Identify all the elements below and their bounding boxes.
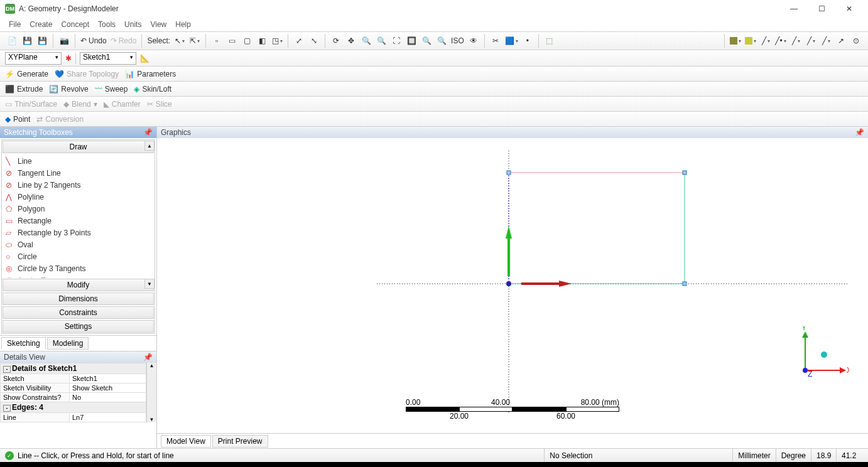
pin-icon[interactable]: 📌 xyxy=(143,128,153,137)
menu-tools[interactable]: Tools xyxy=(98,20,116,29)
save-all-icon[interactable]: 💾 xyxy=(35,34,49,48)
prev-view-icon[interactable]: 🔍 xyxy=(435,34,448,48)
target-icon[interactable]: ⊙ xyxy=(849,34,863,48)
undo-button[interactable]: ↶Undo xyxy=(79,34,108,48)
extend-icon[interactable]: ⤢ xyxy=(292,34,306,48)
blend-button[interactable]: ◆Blend ▾ xyxy=(63,100,97,109)
look-at-icon[interactable]: 👁 xyxy=(467,34,480,48)
redo-button[interactable]: ↷Redo xyxy=(109,34,138,48)
detail-visibility[interactable]: Show Sketch xyxy=(70,384,146,393)
line5-icon[interactable]: ╱ xyxy=(819,34,833,48)
maximize-button[interactable]: ☐ xyxy=(808,0,835,18)
magnify-icon[interactable]: 🔍 xyxy=(420,34,433,48)
slice-view-icon[interactable]: ✂ xyxy=(489,34,502,48)
menu-create[interactable]: Create xyxy=(30,20,52,29)
display-icon[interactable]: 🟦 xyxy=(504,34,519,48)
sketch-dropdown[interactable]: Sketch1 xyxy=(80,52,136,65)
extend2-icon[interactable]: ⤡ xyxy=(307,34,321,48)
collapse-icon[interactable]: - xyxy=(3,405,11,412)
tab-sketching[interactable]: Sketching xyxy=(1,337,46,350)
line1-icon[interactable]: ╱ xyxy=(759,34,773,48)
menu-help[interactable]: Help xyxy=(175,20,191,29)
constraints-section[interactable]: Constraints xyxy=(3,306,154,319)
line2-icon[interactable]: ╱• xyxy=(774,34,788,48)
tab-modeling[interactable]: Modeling xyxy=(47,337,89,350)
select-box-icon[interactable]: ◳ xyxy=(270,34,284,48)
share-topology-button[interactable]: 💙Share Topology xyxy=(55,70,119,78)
tool-line[interactable]: ╲Line xyxy=(3,155,153,167)
tool-oval[interactable]: ⬭Oval xyxy=(3,239,153,250)
skinloft-button[interactable]: ◈Skin/Loft xyxy=(134,85,171,94)
new-plane-icon[interactable]: ✱ xyxy=(65,54,72,63)
modify-section[interactable]: Modify xyxy=(3,279,154,291)
pin-icon[interactable]: 📌 xyxy=(855,128,864,137)
details-scrollbar[interactable]: ▲▼ xyxy=(146,363,156,422)
new-sketch-icon[interactable]: 📐 xyxy=(140,54,149,63)
parameters-button[interactable]: 📊Parameters xyxy=(125,70,176,78)
plane-view-icon[interactable]: ⬚ xyxy=(543,34,556,48)
graphics-canvas[interactable]: X Y Z 0.00 40.00 80.00 (mm) xyxy=(157,138,868,433)
settings-section[interactable]: Settings xyxy=(3,320,154,333)
tab-print-preview[interactable]: Print Preview xyxy=(212,435,268,448)
zoom-fit-icon[interactable]: ⛶ xyxy=(389,34,403,48)
new-icon[interactable]: 📄 xyxy=(5,34,19,48)
tool-tangent-line[interactable]: ⊘Tangent Line xyxy=(3,167,153,179)
chamfer-button[interactable]: ◣Chamfer xyxy=(104,100,141,109)
scroll-down-icon[interactable]: ▼ xyxy=(144,279,155,289)
color2-icon[interactable] xyxy=(744,34,757,48)
graphics-header: Graphics📌 xyxy=(157,127,868,138)
pin-icon[interactable]: 📌 xyxy=(143,353,153,362)
generate-button[interactable]: ⚡Generate xyxy=(5,70,48,78)
sweep-button[interactable]: 〰Sweep xyxy=(95,85,128,94)
color1-icon[interactable] xyxy=(729,34,742,48)
tool-circle[interactable]: ○Circle xyxy=(3,250,153,262)
tool-line-2-tangents[interactable]: ⊘Line by 2 Tangents xyxy=(3,179,153,191)
scroll-up-icon[interactable]: ▲ xyxy=(144,141,155,151)
dimensions-section[interactable]: Dimensions xyxy=(3,293,154,305)
thin-surface-button[interactable]: ▭Thin/Surface xyxy=(5,100,57,109)
collapse-icon[interactable]: - xyxy=(3,366,11,373)
orientation-triad[interactable]: X Y Z xyxy=(793,326,849,383)
menu-concept[interactable]: Concept xyxy=(61,20,89,29)
conversion-button[interactable]: ⇄Conversion xyxy=(36,115,84,124)
close-button[interactable]: ✕ xyxy=(835,0,863,18)
tool-rectangle-3pts[interactable]: ▱Rectangle by 3 Points xyxy=(3,227,153,239)
screenshot-icon[interactable]: 📷 xyxy=(57,34,71,48)
draw-section[interactable]: Draw xyxy=(3,141,154,153)
zoom-box-icon[interactable]: 🔲 xyxy=(404,34,418,48)
select-filter-icon[interactable]: ⇱ xyxy=(188,34,202,48)
pan-icon[interactable]: ✥ xyxy=(344,34,358,48)
point-button[interactable]: ◆Point xyxy=(5,115,30,124)
select-point-icon[interactable]: ▫ xyxy=(210,34,224,48)
revolve-button[interactable]: 🔄Revolve xyxy=(49,85,88,94)
minimize-button[interactable]: — xyxy=(780,0,808,18)
select-body-icon[interactable]: ◧ xyxy=(255,34,269,48)
tool-rectangle[interactable]: ▭Rectangle xyxy=(3,215,153,227)
tool-polyline[interactable]: ⋀Polyline xyxy=(3,191,153,203)
detail-sketch[interactable]: Sketch1 xyxy=(70,374,146,384)
rotate-icon[interactable]: ⟳ xyxy=(329,34,343,48)
iso-icon[interactable]: ISO xyxy=(450,34,465,48)
menu-units[interactable]: Units xyxy=(124,20,141,29)
plane-dropdown[interactable]: XYPlane xyxy=(5,52,62,65)
select-edge-icon[interactable]: ▭ xyxy=(225,34,239,48)
zoom-in-icon[interactable]: 🔍 xyxy=(359,34,373,48)
select-cursor-icon[interactable]: ↖ xyxy=(173,34,187,48)
line3-icon[interactable]: ╱ xyxy=(789,34,803,48)
tab-model-view[interactable]: Model View xyxy=(161,435,211,448)
slice-button[interactable]: ✂Slice xyxy=(147,100,172,109)
details-table: -Details of Sketch1 SketchSketch1 Sketch… xyxy=(0,363,146,422)
menu-file[interactable]: File xyxy=(9,20,21,29)
line4-icon[interactable]: ╱ xyxy=(804,34,818,48)
tool-polygon[interactable]: ⬠Polygon xyxy=(3,203,153,215)
extrude-button[interactable]: ⬛Extrude xyxy=(5,85,43,94)
arrow-icon[interactable]: ↗ xyxy=(834,34,848,48)
point-icon[interactable]: • xyxy=(521,34,534,48)
detail-line[interactable]: Ln7 xyxy=(70,413,146,422)
zoom-out-icon[interactable]: 🔍 xyxy=(374,34,388,48)
save-icon[interactable]: 💾 xyxy=(20,34,34,48)
menu-view[interactable]: View xyxy=(150,20,166,29)
detail-constraints[interactable]: No xyxy=(70,393,146,402)
tool-circle-3-tangents[interactable]: ◎Circle by 3 Tangents xyxy=(3,262,153,274)
select-face-icon[interactable]: ▢ xyxy=(240,34,254,48)
